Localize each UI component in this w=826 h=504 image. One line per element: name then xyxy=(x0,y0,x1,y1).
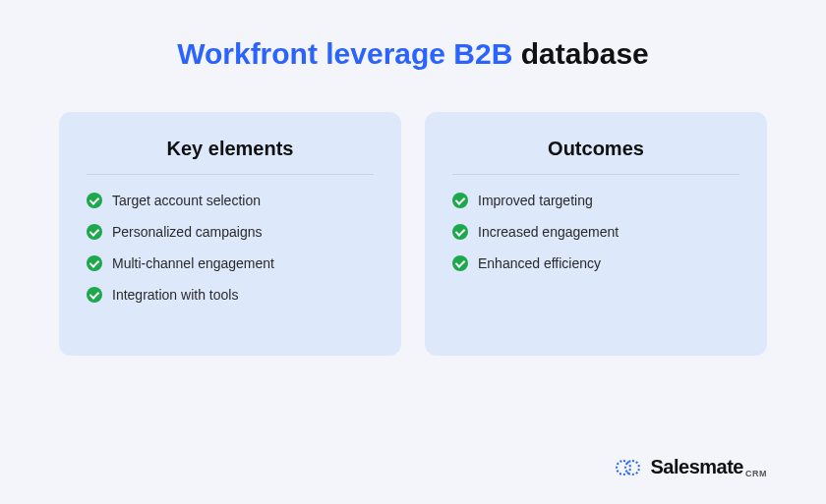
card-title: Outcomes xyxy=(452,138,739,175)
item-text: Improved targeting xyxy=(478,193,593,208)
list-item: Target account selection xyxy=(87,193,374,208)
item-text: Integration with tools xyxy=(112,287,238,303)
check-icon xyxy=(452,255,468,271)
brand-logo-icon xyxy=(616,458,643,477)
check-icon xyxy=(452,224,468,240)
list-item: Enhanced efficiency xyxy=(452,255,739,271)
check-icon xyxy=(87,224,102,240)
card-outcomes: Outcomes Improved targeting Increased en… xyxy=(425,112,767,356)
brand-suffix: CRM xyxy=(745,469,767,478)
list-item: Increased engagement xyxy=(452,224,739,240)
item-text: Target account selection xyxy=(112,193,261,208)
check-icon xyxy=(87,287,102,303)
check-icon xyxy=(87,193,102,208)
page-title: Workfront leverage B2B database xyxy=(59,37,767,71)
item-text: Increased engagement xyxy=(478,224,619,240)
check-icon xyxy=(452,193,468,208)
title-rest: database xyxy=(521,37,649,70)
list-item: Multi-channel engagement xyxy=(87,255,374,271)
brand-name: Salesmate xyxy=(651,456,743,477)
card-title: Key elements xyxy=(87,138,374,175)
item-text: Multi-channel engagement xyxy=(112,255,274,271)
brand-badge: SalesmateCRM xyxy=(616,456,767,478)
list-item: Integration with tools xyxy=(87,287,374,303)
check-icon xyxy=(87,255,102,271)
list-item: Personalized campaigns xyxy=(87,224,374,240)
cards-row: Key elements Target account selection Pe… xyxy=(59,112,767,356)
item-text: Personalized campaigns xyxy=(112,224,263,240)
list-item: Improved targeting xyxy=(452,193,739,208)
title-highlight: Workfront leverage B2B xyxy=(177,37,512,70)
card-key-elements: Key elements Target account selection Pe… xyxy=(59,112,401,356)
item-text: Enhanced efficiency xyxy=(478,255,601,271)
